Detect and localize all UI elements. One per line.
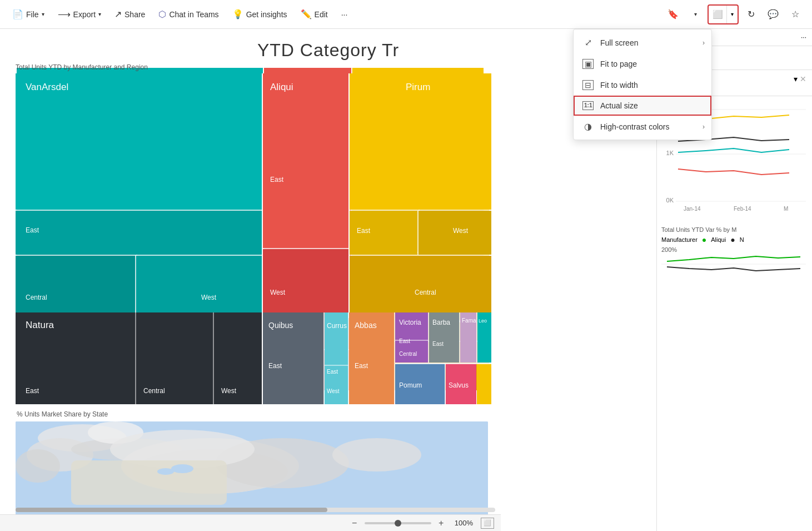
svg-text:Central: Central (26, 294, 47, 301)
share-button[interactable]: ↗ Share (109, 6, 151, 23)
svg-rect-113 (350, 256, 491, 318)
zoom-level: 100% (455, 519, 473, 527)
actual-size-icon: 1:1 (582, 101, 594, 110)
svg-rect-171 (71, 460, 227, 505)
file-icon: 📄 (12, 9, 23, 19)
svg-text:East: East (26, 387, 39, 395)
chat-in-teams-button[interactable]: ⬡ Chat in Teams (153, 6, 224, 23)
svg-rect-92 (136, 255, 262, 318)
horizontal-scrollbar[interactable] (16, 508, 495, 512)
toolbar: 📄 File ▾ ⟶ Export ▾ ↗ Share ⬡ Chat in Te… (0, 0, 812, 29)
y2-200-label: 200% (661, 246, 808, 253)
toolbar-right: 🔖 ▾ ⬜ ▾ ↻ 💬 ☆ (663, 4, 805, 24)
svg-text:Victoria: Victoria (399, 319, 421, 326)
variance-label: Total Units YTD Var % by M (661, 226, 808, 233)
svg-point-167 (332, 438, 421, 472)
fullscreen-arrow: › (703, 39, 705, 47)
high-contrast-arrow: › (703, 123, 705, 131)
svg-text:Feb-14: Feb-14 (734, 206, 751, 212)
zoom-slider[interactable] (365, 522, 431, 524)
variance-chart (661, 253, 806, 297)
report-canvas: YTD Category Tr Total Units YTD by Manuf… (0, 29, 656, 531)
svg-text:West: West (453, 227, 469, 235)
favorite-button[interactable]: ☆ (785, 4, 805, 24)
svg-point-172 (171, 464, 193, 473)
map-label: % Units Market Share by State (17, 410, 108, 418)
svg-rect-85 (16, 73, 262, 210)
zoom-out-button[interactable]: − (349, 518, 360, 529)
svg-text:Barba: Barba (432, 319, 450, 326)
svg-text:East: East (355, 362, 368, 370)
svg-text:Aliqui: Aliqui (270, 82, 293, 92)
zoom-slider-thumb[interactable] (395, 520, 401, 527)
comment-button[interactable]: 💬 (763, 4, 783, 24)
export-chevron: ▾ (98, 11, 101, 17)
treemap-svg-final[interactable]: VanArsdel East Central West Aliqui (16, 73, 491, 318)
treemap-title-label: Total Units YTD by Manufacturer and Regi… (16, 63, 491, 71)
get-insights-button[interactable]: 💡 Get insights (227, 6, 293, 23)
menu-fullscreen-label: Full screen (600, 38, 638, 47)
refresh-button[interactable]: ↻ (741, 4, 761, 24)
menu-fit-page-label: Fit to page (600, 59, 637, 68)
view-main-button[interactable]: ⬜ (709, 6, 726, 23)
year-filter-controls: ▾ ✕ (794, 75, 806, 83)
view-dropdown-button[interactable]: ▾ (726, 6, 738, 23)
view-button-group: ⬜ ▾ (708, 4, 739, 24)
zoom-in-button[interactable]: + (436, 518, 447, 529)
fit-page-icon: ▣ (582, 59, 594, 69)
svg-text:Fama: Fama (462, 317, 476, 324)
svg-text:0K: 0K (666, 197, 674, 204)
aliqui-legend-label: Aliqui (711, 236, 726, 243)
svg-point-168 (16, 449, 60, 483)
share-icon: ↗ (114, 9, 122, 19)
svg-text:East: East (327, 369, 338, 375)
map-svg (16, 421, 488, 522)
export-menu[interactable]: ⟶ Export ▾ (52, 6, 107, 23)
more-options-label: ··· (801, 33, 806, 41)
menu-fit-width[interactable]: ⊟ Fit to width (574, 75, 711, 96)
filter-header-controls: ··· (801, 33, 806, 41)
variance-section: Total Units YTD Var % by M Manufacturer … (661, 226, 808, 297)
svg-text:Quibus: Quibus (268, 321, 293, 330)
year-filter-chevron[interactable]: ▾ (794, 75, 798, 83)
menu-high-contrast[interactable]: ◑ High-contrast colors › (574, 116, 711, 137)
svg-text:1K: 1K (666, 150, 674, 156)
menu-fullscreen[interactable]: ⤢ Full screen › (574, 32, 711, 53)
manufacturer-legend-label: Manufacturer (661, 236, 698, 243)
svg-rect-98 (263, 73, 348, 249)
report-title: YTD Category Tr (0, 29, 656, 66)
svg-text:Central: Central (415, 289, 436, 296)
map-container[interactable] (16, 421, 488, 522)
svg-rect-104 (350, 73, 491, 210)
export-icon: ⟶ (58, 9, 71, 19)
svg-text:Pomum: Pomum (399, 381, 422, 389)
file-menu[interactable]: 📄 File ▾ (7, 6, 50, 23)
high-contrast-icon: ◑ (582, 121, 594, 132)
svg-text:Salvus: Salvus (449, 381, 469, 389)
menu-high-contrast-label: High-contrast colors (600, 122, 670, 131)
scrollbar-thumb[interactable] (16, 508, 327, 512)
file-chevron: ▾ (42, 11, 44, 17)
insights-icon: 💡 (232, 9, 243, 19)
svg-text:East: East (268, 362, 282, 370)
svg-text:West: West (221, 387, 237, 395)
year-filter-clear[interactable]: ✕ (800, 75, 806, 83)
teams-icon: ⬡ (158, 9, 166, 19)
svg-rect-87 (16, 210, 262, 255)
svg-text:Leo: Leo (479, 318, 487, 324)
svg-text:Central: Central (399, 351, 417, 357)
bookmark-button[interactable]: 🔖 (663, 4, 683, 24)
svg-text:Jan-14: Jan-14 (684, 206, 701, 212)
final-treemap: Total Units YTD by Manufacturer and Regi… (16, 63, 491, 318)
treemap-bottom-svg[interactable]: Natura East Central West Quibus East Cur… (16, 312, 491, 404)
menu-fit-page[interactable]: ▣ Fit to page (574, 53, 711, 75)
more-button[interactable]: ··· (336, 7, 353, 22)
edit-button[interactable]: ✏️ Edit (295, 6, 333, 23)
aliqui-dot: ● (702, 235, 706, 244)
bookmark-chevron[interactable]: ▾ (685, 4, 705, 24)
svg-text:VanArsdel: VanArsdel (26, 82, 68, 92)
menu-actual-size[interactable]: 1:1 Actual size (574, 96, 711, 116)
svg-rect-90 (16, 255, 135, 318)
svg-text:West: West (201, 294, 217, 301)
fit-page-quick-button[interactable]: ⬜ (481, 518, 494, 529)
